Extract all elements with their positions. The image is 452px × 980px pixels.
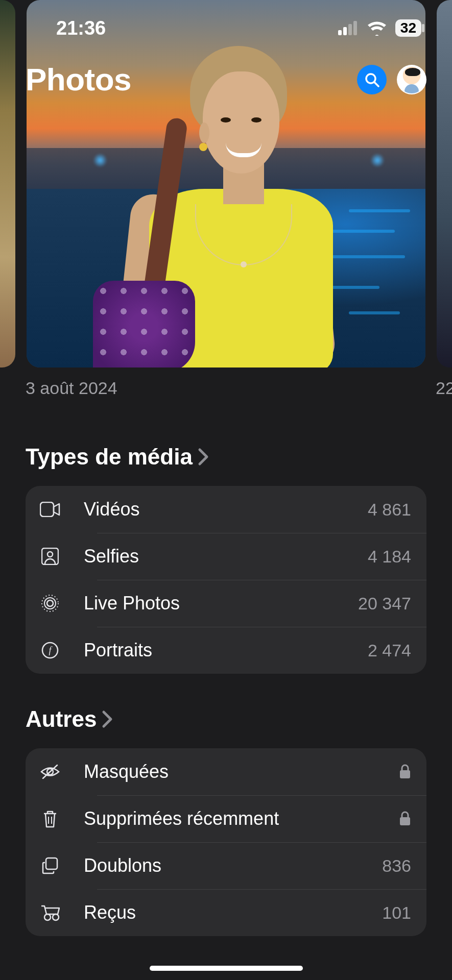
row-count: 20 347 [358,594,411,614]
row-label: Reçus [84,902,382,923]
profile-avatar-button[interactable] [397,65,426,94]
svg-point-10 [44,598,56,609]
svg-rect-0 [338,30,342,35]
svg-rect-19 [400,817,410,825]
featured-photo-date: 3 août 2024 [26,378,117,398]
hidden-icon [37,764,63,779]
lock-icon [399,764,411,779]
home-indicator[interactable] [150,966,303,971]
svg-point-21 [44,914,51,920]
live-photo-icon [37,594,63,612]
video-icon [37,502,63,517]
chevron-right-icon [102,710,113,728]
search-button[interactable] [357,65,387,94]
media-row-portraits[interactable]: f Portraits 2 474 [26,627,426,674]
media-row-selfies[interactable]: Selfies 4 184 [26,533,426,580]
svg-rect-3 [353,21,357,35]
status-time: 21:36 [56,17,106,39]
media-row-live-photos[interactable]: Live Photos 20 347 [26,580,426,627]
row-label: Supprimées récemment [84,808,399,829]
svg-point-8 [47,552,53,557]
row-count: 4 861 [368,500,411,520]
row-label: Vidéos [84,499,368,520]
battery-indicator: 32 [395,19,421,37]
svg-rect-2 [348,24,352,35]
lock-icon [399,811,411,826]
portrait-icon: f [37,642,63,659]
svg-rect-1 [343,27,347,35]
svg-point-9 [47,600,53,606]
row-label: Live Photos [84,593,358,614]
media-types-header[interactable]: Types de média [26,444,426,470]
media-types-card: Vidéos 4 861 Selfies 4 184 Live Photos 2… [26,486,426,674]
duplicate-icon [37,857,63,874]
search-icon [364,72,379,87]
chevron-right-icon [198,448,209,466]
page-title: Photos [26,61,131,97]
svg-line-15 [43,765,57,778]
others-row-recently-deleted[interactable]: Supprimées récemment [26,795,426,842]
status-bar: 21:36 32 [0,0,452,56]
receipt-icon [37,904,63,921]
next-photo-date-partial: 22 [436,378,452,398]
others-header[interactable]: Autres [26,706,426,732]
row-count: 836 [382,856,411,876]
row-label: Portraits [84,640,368,661]
row-count: 101 [382,903,411,923]
svg-rect-6 [40,502,54,517]
svg-rect-20 [46,858,57,869]
selfie-icon [37,548,63,565]
wifi-icon [367,20,387,36]
row-count: 4 184 [368,547,411,567]
row-label: Masquées [84,761,399,782]
row-label: Doublons [84,855,382,876]
cellular-icon [338,21,359,35]
others-row-hidden[interactable]: Masquées [26,748,426,795]
svg-rect-16 [400,770,410,778]
svg-point-22 [53,914,59,920]
row-label: Selfies [84,546,368,567]
media-types-title: Types de média [26,444,193,470]
others-card: Masquées Supprimées récemment Doublons [26,748,426,936]
others-title: Autres [26,706,97,732]
row-count: 2 474 [368,641,411,660]
media-row-videos[interactable]: Vidéos 4 861 [26,486,426,533]
others-row-receipts[interactable]: Reçus 101 [26,889,426,936]
trash-icon [37,810,63,828]
svg-line-5 [374,82,378,86]
others-row-duplicates[interactable]: Doublons 836 [26,842,426,889]
svg-text:f: f [49,645,53,655]
